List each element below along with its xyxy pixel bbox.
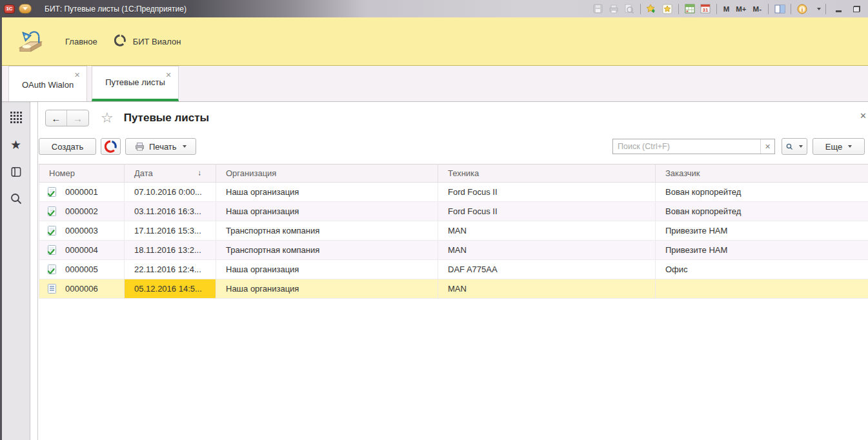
restore-button[interactable] bbox=[849, 3, 864, 15]
back-button[interactable]: ← bbox=[46, 110, 67, 126]
cell-date[interactable]: 03.11.2016 16:3... bbox=[125, 202, 216, 221]
print-icon[interactable] bbox=[607, 3, 620, 15]
column-header-date[interactable]: Дата↓ bbox=[125, 165, 216, 183]
save-icon[interactable] bbox=[592, 3, 605, 15]
column-header-organization[interactable]: Организация bbox=[216, 165, 438, 183]
cell-organization[interactable]: Наша организация bbox=[216, 202, 438, 221]
menu-item-main-label: Главное bbox=[65, 37, 97, 46]
table-row[interactable]: 000000317.11.2016 15:3...Транспортная ко… bbox=[39, 221, 868, 241]
tab-waybills[interactable]: Путевые листы ✕ bbox=[92, 66, 179, 101]
cell-vehicle[interactable]: MAN bbox=[438, 279, 656, 299]
split-window-icon[interactable] bbox=[773, 3, 786, 15]
info-icon[interactable]: i bbox=[796, 3, 809, 15]
sort-descending-icon: ↓ bbox=[197, 168, 201, 177]
table-row[interactable]: 000000203.11.2016 16:3...Наша организаци… bbox=[39, 202, 868, 221]
wialon-sync-button[interactable] bbox=[101, 138, 121, 155]
cell-number[interactable]: 0000005 bbox=[39, 260, 125, 279]
add-favorite-icon[interactable] bbox=[645, 3, 658, 15]
cell-vehicle[interactable]: Ford Focus II bbox=[438, 202, 656, 221]
cell-date[interactable]: 17.11.2016 15:3... bbox=[125, 221, 216, 241]
print-button[interactable]: Печать bbox=[125, 138, 196, 155]
more-button[interactable]: Еще bbox=[812, 138, 865, 155]
cell-customer[interactable]: Вован корпорейтед bbox=[656, 183, 868, 202]
search-dropdown-caret bbox=[799, 145, 803, 148]
cell-number[interactable]: 0000002 bbox=[39, 202, 125, 221]
cell-customer[interactable] bbox=[656, 279, 868, 299]
cell-number[interactable]: 0000004 bbox=[39, 241, 125, 260]
cell-number[interactable]: 0000001 bbox=[39, 183, 125, 202]
list-toolbar: Создать Печать ✕ bbox=[39, 138, 868, 155]
cell-vehicle[interactable]: DAF A775AA bbox=[438, 260, 656, 279]
search-box: ✕ bbox=[612, 139, 775, 154]
cell-organization[interactable]: Транспортная компания bbox=[216, 241, 438, 260]
document-posted-icon bbox=[47, 187, 57, 197]
print-preview-icon[interactable] bbox=[623, 3, 636, 15]
tool-sidebar: ★ bbox=[2, 102, 30, 440]
menu-item-bit-wialon-label: БИТ Виалон bbox=[133, 37, 181, 46]
tab-close-icon[interactable]: ✕ bbox=[74, 72, 80, 79]
form-close-icon[interactable]: ✕ bbox=[860, 111, 867, 121]
cell-vehicle[interactable]: MAN bbox=[438, 221, 656, 241]
tab-waybills-label: Путевые листы bbox=[105, 77, 165, 87]
cell-customer[interactable]: Офис bbox=[656, 260, 868, 279]
add-to-favorites-icon[interactable]: ☆ bbox=[101, 111, 114, 125]
cell-date[interactable]: 07.10.2016 0:00... bbox=[125, 183, 216, 202]
function-menubar: Главное БИТ Виалон bbox=[2, 17, 868, 66]
column-header-vehicle[interactable]: Техника bbox=[438, 165, 656, 183]
menu-item-main[interactable]: Главное bbox=[65, 37, 97, 46]
create-button[interactable]: Создать bbox=[39, 138, 96, 155]
cell-number[interactable]: 0000003 bbox=[39, 221, 125, 241]
minimize-button[interactable] bbox=[831, 3, 846, 15]
cell-customer[interactable]: Вован корпорейтед bbox=[656, 202, 868, 221]
print-dropdown-caret bbox=[183, 145, 187, 148]
tab-strip: OAuth Wialon ✕ Путевые листы ✕ bbox=[2, 66, 868, 102]
cell-organization[interactable]: Транспортная компания bbox=[216, 221, 438, 241]
waybills-table: Номер Дата↓ Организация Техника Заказчик… bbox=[39, 164, 868, 299]
favorites-sidebar-icon[interactable]: ★ bbox=[8, 137, 24, 152]
memory-subtract-button[interactable]: M- bbox=[751, 5, 763, 13]
tab-oauth-wialon-label: OAuth Wialon bbox=[22, 80, 74, 90]
cell-organization[interactable]: Наша организация bbox=[216, 260, 438, 279]
info-dropdown-caret[interactable] bbox=[817, 8, 821, 10]
cell-number[interactable]: 0000006 bbox=[39, 279, 125, 299]
calendar-icon[interactable]: 31 bbox=[699, 3, 712, 15]
history-icon[interactable] bbox=[8, 164, 24, 179]
search-input[interactable] bbox=[613, 139, 760, 154]
more-button-label: Еще bbox=[825, 142, 842, 152]
favorites-icon[interactable] bbox=[661, 3, 674, 15]
cell-organization[interactable]: Наша организация bbox=[216, 183, 438, 202]
cell-date[interactable]: 18.11.2016 13:2... bbox=[125, 241, 216, 260]
cell-organization[interactable]: Наша организация bbox=[216, 279, 438, 299]
tab-oauth-wialon[interactable]: OAuth Wialon ✕ bbox=[8, 66, 87, 101]
table-row[interactable]: 000000605.12.2016 14:5...Наша организаци… bbox=[39, 279, 868, 299]
search-sidebar-icon[interactable] bbox=[8, 191, 24, 206]
window-titlebar: 1С БИТ: Путевые листы (1С:Предприятие) 3… bbox=[0, 0, 868, 17]
column-header-customer[interactable]: Заказчик bbox=[656, 165, 868, 183]
document-posted-icon bbox=[47, 245, 57, 255]
cell-vehicle[interactable]: Ford Focus II bbox=[438, 183, 656, 202]
cell-date[interactable]: 22.11.2016 12:4... bbox=[125, 260, 216, 279]
cell-customer[interactable]: Привезите НАМ bbox=[656, 221, 868, 241]
1c-app-icon: 1С bbox=[4, 5, 15, 14]
svg-text:31: 31 bbox=[702, 7, 708, 13]
tab-close-icon[interactable]: ✕ bbox=[166, 72, 172, 79]
main-menu-icon[interactable] bbox=[8, 110, 24, 125]
forward-button[interactable]: → bbox=[67, 110, 88, 126]
system-menu-button[interactable] bbox=[19, 4, 32, 14]
table-row[interactable]: 000000418.11.2016 13:2...Транспортная ко… bbox=[39, 241, 868, 260]
table-row[interactable]: 000000522.11.2016 12:4...Наша организаци… bbox=[39, 260, 868, 279]
print-button-label: Печать bbox=[149, 142, 177, 152]
search-clear-icon[interactable]: ✕ bbox=[760, 139, 774, 154]
menu-item-bit-wialon[interactable]: БИТ Виалон bbox=[114, 34, 181, 48]
search-button[interactable] bbox=[782, 138, 807, 155]
memory-recall-button[interactable]: M bbox=[722, 5, 732, 13]
memory-add-button[interactable]: M+ bbox=[734, 5, 748, 13]
cell-customer[interactable]: Привезите НАМ bbox=[656, 241, 868, 260]
table-row[interactable]: 000000107.10.2016 0:00...Наша организаци… bbox=[39, 183, 868, 202]
column-header-number[interactable]: Номер bbox=[39, 165, 125, 183]
cell-vehicle[interactable]: MAN bbox=[438, 241, 656, 260]
table-header-row: Номер Дата↓ Организация Техника Заказчик bbox=[39, 165, 868, 183]
document-unposted-icon bbox=[47, 284, 57, 294]
calculator-icon[interactable] bbox=[683, 3, 696, 15]
cell-date[interactable]: 05.12.2016 14:5... bbox=[125, 279, 216, 299]
